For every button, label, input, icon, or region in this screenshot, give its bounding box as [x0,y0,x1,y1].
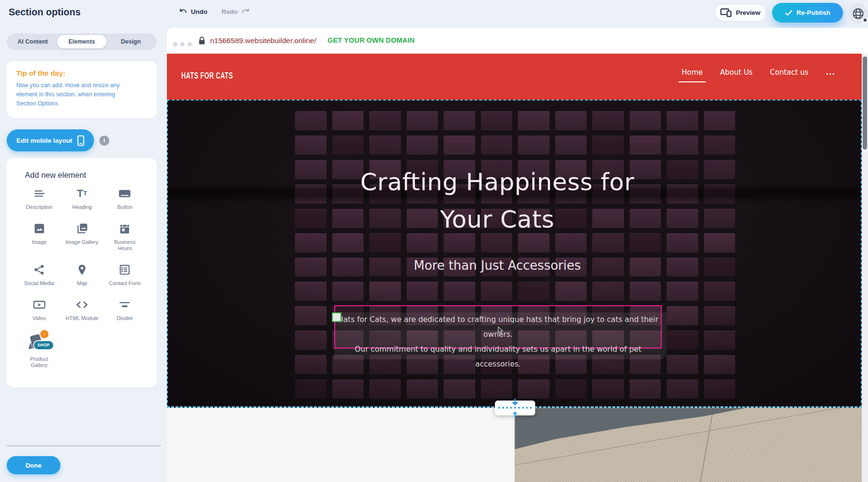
element-business-hours[interactable]: Business Hours [105,221,145,252]
video-icon [33,297,46,312]
redo-button[interactable]: Redo [222,7,250,16]
browser-dot [180,42,185,46]
element-drag-handle[interactable] [332,312,341,322]
arrow-down-icon [512,399,518,405]
tip-body: Now you can add, move and resize any ele… [16,81,135,108]
tab-elements[interactable]: Elements [57,35,106,48]
element-heading[interactable]: TT Heading [62,186,102,210]
add-element-title: Add new element [25,171,86,180]
element-image-gallery[interactable]: Image Gallery [62,221,102,252]
tip-card: Tip of the day: Now you can add, move an… [7,61,157,118]
scrollbar-thumb[interactable] [863,57,867,149]
browser-dot [188,42,192,46]
heading-icon: TT [77,186,87,201]
product-gallery-icon: ↑ SHOP [26,332,52,353]
undo-button[interactable]: Undo [178,7,208,16]
page-title: Section options [9,7,81,18]
site-nav: Home About Us Contact us ... [681,68,835,82]
upgrade-arrow-icon: ↑ [40,330,48,338]
hero-heading[interactable]: Crafting Happiness for Your Cats [168,163,827,238]
redo-icon [241,7,250,16]
element-image[interactable]: Image [19,221,59,252]
nav-about-us[interactable]: About Us [720,68,753,82]
get-domain-link[interactable]: GET YOUR OWN DOMAIN [328,36,415,44]
element-divider[interactable]: Divider [105,297,145,321]
element-button[interactable]: Button [105,186,145,210]
hero-content: Crafting Happiness for Your Cats More th… [168,101,827,273]
element-video[interactable]: Video [19,297,59,321]
photo-shadow [515,408,862,482]
hero-section-selected[interactable]: Crafting Happiness for Your Cats More th… [167,100,862,408]
element-product-gallery[interactable]: ↑ SHOP Product Gallery [19,332,59,368]
social-media-icon [33,262,46,277]
nav-home[interactable]: Home [681,68,703,82]
language-globe-button[interactable] [848,3,868,23]
republish-button[interactable]: Re-Publish [772,3,843,23]
business-hours-icon [118,221,131,236]
panel-tabs: AI Content Elements Design [7,34,157,50]
globe-icon [852,7,865,20]
section-resize-handle[interactable] [495,401,535,415]
element-contact-form[interactable]: Contact Form [105,262,145,287]
image-icon [33,221,46,236]
divider-icon [118,297,131,312]
add-element-card: Add new element Description TT Heading B… [7,158,157,387]
website-builder-app: Section options AI Content Elements Desi… [0,0,868,482]
hero-subheading[interactable]: More than Just Accessories [168,258,827,273]
site-url: n1566589.websitebuilder.online/ [210,36,316,45]
tab-ai-content[interactable]: AI Content [8,35,57,48]
nav-contact-us[interactable]: Contact us [770,68,808,82]
done-button[interactable]: Done [7,456,60,474]
element-social-media[interactable]: Social Media [19,262,59,287]
next-section-photo[interactable] [515,408,862,482]
element-map[interactable]: Map [62,262,102,287]
mouse-cursor [498,327,504,334]
info-icon[interactable]: i [99,136,109,146]
arrow-up-icon [512,411,518,418]
undo-icon [178,7,188,16]
tab-design[interactable]: Design [106,35,155,48]
devices-icon [720,8,732,17]
site-logo[interactable]: HATS FOR CATS [181,71,233,81]
browser-dot [173,42,177,46]
shop-badge: SHOP [34,341,53,349]
element-grid: Description TT Heading Button Image [19,186,145,368]
tip-title: Tip of the day: [16,69,147,77]
nav-more-button[interactable]: ... [826,68,835,82]
image-gallery-icon [76,221,88,236]
button-icon [118,186,131,201]
element-description[interactable]: Description [19,186,59,210]
lock-icon [199,36,205,45]
phone-icon [77,135,84,146]
site-header: HATS FOR CATS Home About Us Contact us .… [167,54,868,100]
contact-form-icon [118,262,131,277]
panel-footer-divider [7,446,161,446]
html-module-icon [75,297,89,312]
map-icon [76,262,88,277]
element-html-module[interactable]: HTML Module [62,297,102,321]
next-section-blank[interactable] [167,408,515,482]
check-icon [785,10,792,16]
preview-button[interactable]: Preview [715,4,766,22]
description-icon [33,186,46,201]
edit-mobile-layout-button[interactable]: Edit mobile layout [7,129,94,151]
